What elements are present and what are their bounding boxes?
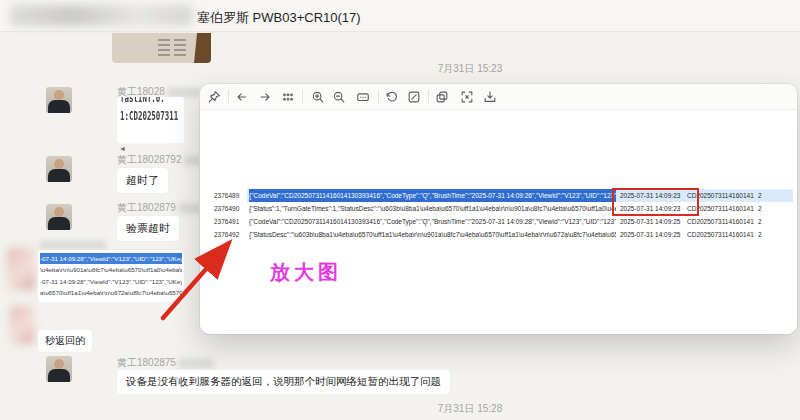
actual-size-button[interactable] — [354, 88, 372, 106]
image-text-line: fastINT.0. — [120, 97, 160, 105]
gallery-button[interactable] — [279, 88, 297, 106]
arrow-left-icon — [235, 90, 249, 104]
row-id: 2376489 — [214, 189, 247, 202]
actual-size-icon — [356, 90, 370, 104]
timestamp-bottom: 7月31日 15:28 — [360, 402, 580, 416]
table-row[interactable]: 2376491 {"CodeVal":"CD202507311416014130… — [200, 215, 797, 228]
next-image-button[interactable] — [256, 88, 274, 106]
message-bubble[interactable]: 验票超时 — [117, 216, 179, 241]
message-bubble[interactable]: 设备是没有收到服务器的返回，说明那个时间网络短暂的出现了问题 — [117, 370, 450, 394]
row-code: CD20250731141601413( — [687, 228, 754, 241]
gallery-grid-icon — [281, 90, 295, 104]
save-button[interactable] — [481, 88, 499, 106]
extract-text-icon — [435, 90, 449, 104]
image-viewer-window: 2376489 {"CodeVal":"CD202507311416014130… — [200, 84, 797, 334]
avatar[interactable] — [46, 156, 72, 182]
row-id: 2376490 — [214, 202, 247, 215]
redacted-avatar[interactable] — [7, 248, 35, 290]
row-num: 2 — [758, 215, 772, 228]
text-line: -07-31 14:09:28","ViewId":"V123","UID":"… — [40, 276, 182, 287]
image-cursor-mark: ◄ — [119, 145, 126, 152]
toolbar-separator — [378, 90, 379, 104]
chat-header: 塞伯罗斯 PWB03+CR10(17) — [0, 0, 800, 32]
avatar[interactable] — [46, 356, 72, 382]
redacted-avatar[interactable] — [10, 306, 34, 344]
edit-icon — [407, 90, 421, 104]
text-line: a\u6570\uff1a1\u4eba\r\n\u672a\u8fc7\u4e… — [40, 287, 182, 298]
row-num: 2 — [758, 228, 772, 241]
pin-icon — [207, 90, 221, 104]
row-json: {"StatusDesc":"\u603b\u8ba1\u4eba\u6570\… — [249, 228, 616, 241]
zoom-out-icon — [332, 90, 346, 104]
download-icon — [483, 90, 497, 104]
table-row[interactable]: 2376492 {"StatusDesc":"\u603b\u8ba1\u4eb… — [200, 228, 797, 241]
table-row[interactable]: 2376489 {"CodeVal":"CD202507311416014130… — [200, 189, 797, 202]
row-num: 2 — [758, 189, 772, 202]
text-line: \u4eba\r\n\u901a\u8fc7\u4eba\u6570\uff1a… — [40, 264, 182, 275]
toolbar-separator — [228, 90, 229, 104]
zoom-out-button[interactable] — [330, 88, 348, 106]
message-bubble[interactable]: 秒返回的 — [38, 330, 92, 352]
image-text-marks — [158, 39, 170, 57]
name-blur — [178, 359, 214, 368]
row-code: CD20250731141601413( — [687, 215, 754, 228]
redacted-sender-name — [40, 241, 106, 250]
zoom-in-button[interactable] — [309, 88, 327, 106]
selected-text-line: -07-31 14:09:28","ViewId":"V123","UID":"… — [40, 253, 182, 264]
zoom-in-icon — [311, 90, 325, 104]
toolbar-separator — [428, 90, 429, 104]
row-time: 2025-07-31 14:09:25 — [620, 215, 696, 228]
json-message-bubble[interactable]: -07-31 14:09:28","ViewId":"V123","UID":"… — [38, 250, 184, 302]
chat-title: 塞伯罗斯 PWB03+CR10(17) — [197, 9, 361, 27]
row-id: 2376491 — [214, 215, 247, 228]
image-text-marks — [174, 39, 186, 57]
chat-window: 塞伯罗斯 PWB03+CR10(17) 7月31日 15:23 黄工18028 … — [0, 0, 800, 420]
previous-image-button[interactable] — [233, 88, 251, 106]
rotate-button[interactable] — [383, 88, 401, 106]
row-num: 2 — [758, 202, 772, 215]
arrow-right-icon — [258, 90, 272, 104]
extract-text-button[interactable] — [433, 88, 451, 106]
row-json: {"CodeVal":"CD202507311416014130393416",… — [249, 215, 616, 228]
image-message[interactable]: fastINT.0. 1:CD202507311 — [117, 97, 184, 143]
red-highlight-box — [612, 188, 699, 216]
zoom-annotation-label: 放大图 — [270, 259, 342, 286]
row-time: 2025-07-31 14:09:25 — [620, 228, 696, 241]
rotate-icon — [385, 90, 399, 104]
row-json: {"Status":1,"TurnGateTimes":1,"StatusDes… — [249, 202, 616, 215]
pin-button[interactable] — [205, 88, 223, 106]
table-row[interactable]: 2376490 {"Status":1,"TurnGateTimes":1,"S… — [200, 202, 797, 215]
message-bubble[interactable]: 超时了 — [117, 168, 168, 193]
avatar[interactable] — [46, 204, 72, 230]
sender-name: 黄工1802875 — [117, 356, 214, 370]
viewer-toolbar — [200, 84, 797, 110]
fullscreen-icon — [460, 90, 474, 104]
row-json-selected: {"CodeVal":"CD202507311416014130393416",… — [249, 189, 616, 202]
row-id: 2376492 — [214, 228, 247, 241]
partial-image-message[interactable] — [112, 33, 211, 63]
name-blur — [167, 88, 203, 97]
toolbar-separator — [302, 90, 303, 104]
image-corner-shape — [194, 33, 211, 63]
fullscreen-button[interactable] — [458, 88, 476, 106]
redacted-avatar-blur — [10, 5, 192, 26]
timestamp-top: 7月31日 15:23 — [360, 62, 580, 76]
edit-button[interactable] — [405, 88, 423, 106]
image-text-line: 1:CD202507311 — [120, 109, 160, 123]
avatar[interactable] — [46, 87, 72, 113]
viewer-canvas: 2376489 {"CodeVal":"CD202507311416014130… — [200, 111, 797, 334]
